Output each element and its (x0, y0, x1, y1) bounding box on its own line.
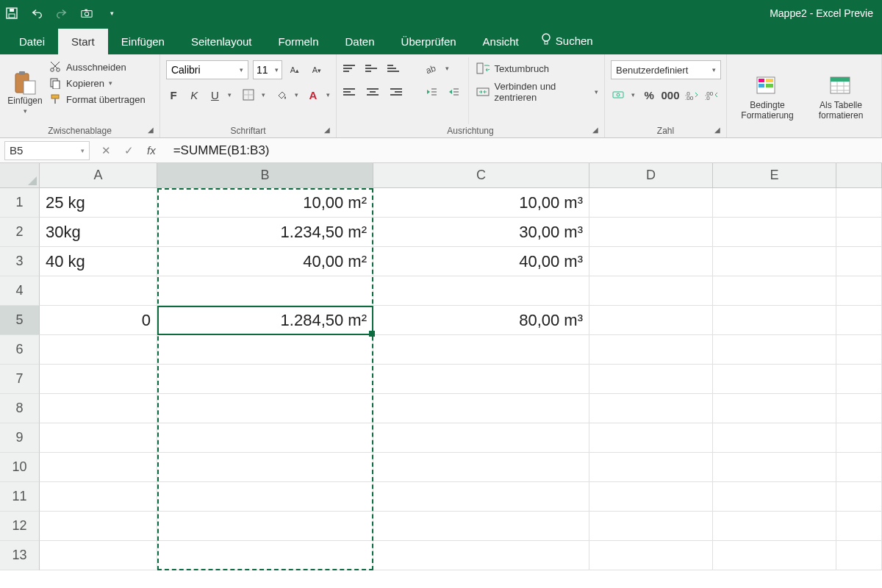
cell-E5[interactable] (713, 306, 836, 335)
col-header-B[interactable]: B (157, 163, 373, 187)
cell-C10[interactable] (373, 453, 589, 482)
increase-decimal-button[interactable]: ,0,00 (684, 87, 699, 103)
dialog-launcher-alignment[interactable]: ◢ (592, 126, 601, 135)
tab-datei[interactable]: Datei (6, 29, 58, 54)
cell-B13[interactable] (157, 541, 373, 570)
cell-D9[interactable] (589, 423, 713, 453)
increase-font-button[interactable]: A▴ (287, 62, 303, 78)
cell-A7[interactable] (40, 365, 157, 394)
redo-icon[interactable] (56, 7, 68, 19)
tell-me-search[interactable]: Suchen (532, 33, 602, 54)
cell-B11[interactable] (157, 482, 373, 512)
cell-D1[interactable] (589, 188, 713, 218)
row-header-3[interactable]: 3 (0, 247, 40, 276)
cell-C11[interactable] (373, 482, 589, 512)
cell-A5[interactable]: 0 (40, 306, 157, 335)
row-header-2[interactable]: 2 (0, 218, 40, 247)
dialog-launcher-font[interactable]: ◢ (324, 126, 333, 135)
cell-C8[interactable] (373, 394, 589, 423)
row-header-10[interactable]: 10 (0, 453, 40, 482)
cell-E2[interactable] (713, 218, 836, 247)
row-header-13[interactable]: 13 (0, 541, 40, 570)
align-left-button[interactable] (343, 84, 359, 100)
cell-D4[interactable] (589, 276, 713, 306)
row-header-6[interactable]: 6 (0, 335, 40, 365)
align-right-button[interactable] (387, 84, 403, 100)
merge-center-button[interactable]: Verbinden und zentrieren ▾ (476, 81, 598, 103)
tab-ansicht[interactable]: Ansicht (470, 29, 532, 54)
paste-button[interactable]: Einfügen ▾ (6, 57, 44, 124)
fill-color-button[interactable] (274, 87, 289, 103)
tab-daten[interactable]: Daten (332, 29, 388, 54)
select-all-corner[interactable] (0, 163, 40, 187)
cell-C2[interactable]: 30,00 m³ (373, 218, 589, 247)
dialog-launcher-clipboard[interactable]: ◢ (148, 126, 157, 135)
cell-F13[interactable] (836, 541, 882, 570)
col-header-A[interactable]: A (40, 163, 157, 187)
percent-button[interactable]: % (642, 87, 657, 103)
cell-A9[interactable] (40, 423, 157, 453)
cell-A1[interactable]: 25 kg (40, 188, 157, 218)
cell-C4[interactable] (373, 276, 589, 306)
cell-F4[interactable] (836, 276, 882, 306)
cell-F8[interactable] (836, 394, 882, 423)
align-top-button[interactable] (343, 60, 359, 76)
cell-F6[interactable] (836, 335, 882, 365)
cell-B4[interactable] (157, 276, 373, 306)
tab-ueberpruefen[interactable]: Überprüfen (388, 29, 470, 54)
name-box[interactable]: B5 ▾ (4, 141, 90, 160)
tab-formeln[interactable]: Formeln (265, 29, 332, 54)
enter-formula-button[interactable]: ✓ (124, 144, 134, 157)
cell-A8[interactable] (40, 394, 157, 423)
cell-B1[interactable]: 10,00 m² (157, 188, 373, 218)
cell-D6[interactable] (589, 335, 713, 365)
decrease-font-button[interactable]: A▾ (309, 62, 325, 78)
align-middle-button[interactable] (365, 60, 381, 76)
row-header-8[interactable]: 8 (0, 394, 40, 423)
cell-A13[interactable] (40, 541, 157, 570)
cancel-formula-button[interactable]: ✕ (101, 144, 111, 157)
col-header-D[interactable]: D (589, 163, 713, 187)
tab-einfuegen[interactable]: Einfügen (108, 29, 178, 54)
tab-start[interactable]: Start (58, 29, 108, 54)
cell-F10[interactable] (836, 453, 882, 482)
number-format-dropdown[interactable]: Benutzerdefiniert ▾ (611, 60, 721, 79)
align-bottom-button[interactable] (387, 60, 403, 76)
italic-button[interactable]: K (187, 87, 201, 103)
format-painter-button[interactable]: Format übertragen (49, 93, 154, 106)
cell-A12[interactable] (40, 512, 157, 541)
cell-D8[interactable] (589, 394, 713, 423)
cell-C13[interactable] (373, 541, 589, 570)
cell-E6[interactable] (713, 335, 836, 365)
cell-A11[interactable] (40, 482, 157, 512)
camera-icon[interactable] (81, 7, 93, 19)
cell-E9[interactable] (713, 423, 836, 453)
cell-E13[interactable] (713, 541, 836, 570)
col-header-C[interactable]: C (373, 163, 589, 187)
cell-A4[interactable] (40, 276, 157, 306)
cell-F11[interactable] (836, 482, 882, 512)
row-header-1[interactable]: 1 (0, 188, 40, 218)
conditional-formatting-button[interactable]: Bedingte Formatierung (733, 57, 802, 136)
cell-D10[interactable] (589, 453, 713, 482)
borders-button[interactable] (240, 87, 255, 103)
row-header-9[interactable]: 9 (0, 423, 40, 453)
copy-button[interactable]: Kopieren ▾ (49, 76, 154, 90)
cell-B7[interactable] (157, 365, 373, 394)
cell-C7[interactable] (373, 365, 589, 394)
cell-C5[interactable]: 80,00 m³ (373, 306, 589, 335)
cell-E3[interactable] (713, 247, 836, 276)
cell-B12[interactable] (157, 512, 373, 541)
cell-A10[interactable] (40, 453, 157, 482)
cell-F5[interactable] (836, 306, 882, 335)
cell-B5[interactable]: 1.284,50 m² (157, 306, 373, 335)
cell-B8[interactable] (157, 394, 373, 423)
cell-F1[interactable] (836, 188, 882, 218)
row-header-5[interactable]: 5 (0, 306, 40, 335)
save-icon[interactable] (6, 7, 18, 19)
col-header-E[interactable]: E (713, 163, 836, 187)
cell-F3[interactable] (836, 247, 882, 276)
increase-indent-button[interactable] (445, 84, 462, 100)
cell-E10[interactable] (713, 453, 836, 482)
font-name-dropdown[interactable]: Calibri▾ (166, 60, 248, 79)
